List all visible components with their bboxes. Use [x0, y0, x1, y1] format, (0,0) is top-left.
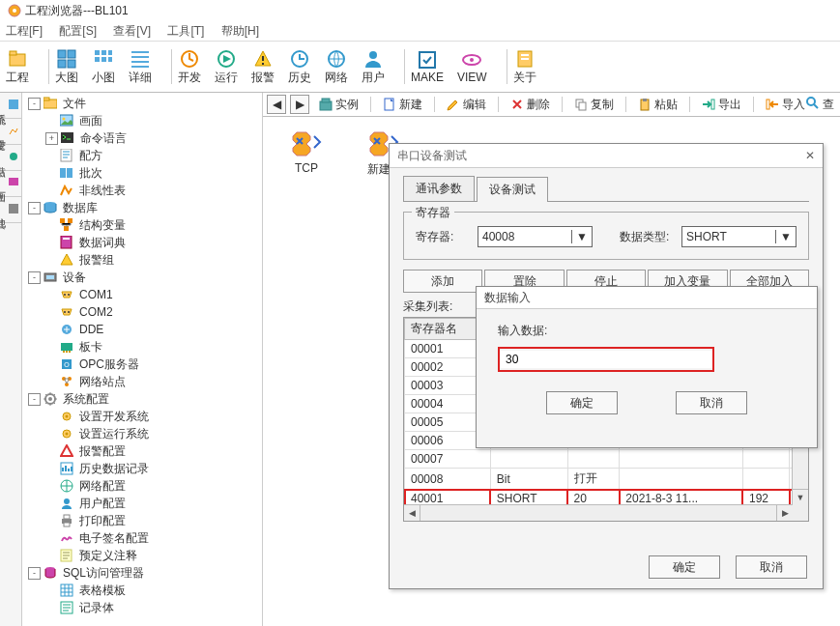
- side-tab-0[interactable]: 系统: [0, 93, 21, 119]
- menu-config[interactable]: 配置[S]: [59, 24, 97, 38]
- paste-button[interactable]: 粘贴: [632, 95, 683, 114]
- tree-item-label: 系统配置: [60, 389, 112, 409]
- tree-item-10[interactable]: -设备: [22, 269, 262, 286]
- data-input-field[interactable]: [500, 351, 712, 368]
- toolbar-detail-button[interactable]: 详细: [129, 48, 152, 86]
- input-ok-button[interactable]: 确定: [546, 391, 618, 414]
- tree-toggle-icon[interactable]: -: [28, 202, 41, 214]
- copy-button[interactable]: 复制: [568, 95, 620, 114]
- input-dialog-title[interactable]: 数据输入: [477, 287, 817, 309]
- close-icon[interactable]: ✕: [805, 144, 815, 167]
- side-tab-1[interactable]: 变量: [0, 119, 21, 145]
- tree-item-13[interactable]: DDE: [22, 321, 262, 338]
- tree-toggle-icon[interactable]: -: [28, 271, 41, 284]
- nav-fwd-button[interactable]: ▶: [290, 95, 309, 114]
- tree-item-19[interactable]: 设置运行系统: [22, 425, 262, 442]
- tree-toggle-icon[interactable]: -: [28, 567, 41, 580]
- toolbar-hist-button[interactable]: 历史: [288, 48, 311, 86]
- tree-item-9[interactable]: 报警组: [22, 251, 262, 269]
- tree-item-12[interactable]: COM2: [22, 303, 262, 321]
- toolbar-dev-button[interactable]: 开发: [178, 48, 201, 86]
- tree-struct-icon: [60, 218, 73, 232]
- tree-opc-icon: O: [60, 357, 73, 371]
- tree-rec-icon: [60, 601, 73, 614]
- tree-toggle-icon[interactable]: -: [28, 98, 41, 110]
- side-tab-2[interactable]: 站点: [0, 145, 21, 171]
- tree-item-2[interactable]: +命令语言: [22, 129, 262, 147]
- toolbar-make-button[interactable]: MAKE: [411, 49, 444, 84]
- import-button[interactable]: 导入: [760, 95, 811, 114]
- project-tree[interactable]: -文件画面+命令语言配方批次非线性表-数据库结构变量数据词典报警组-设备COM1…: [22, 93, 263, 626]
- tree-item-0[interactable]: -文件: [22, 95, 262, 112]
- svg-point-28: [10, 153, 17, 160]
- tree-item-4[interactable]: 批次: [22, 164, 262, 182]
- svg-rect-72: [64, 523, 70, 526]
- tree-item-8[interactable]: 数据词典: [22, 234, 262, 251]
- menu-tool[interactable]: 工具[T]: [167, 24, 204, 38]
- tree-histc-icon: [60, 462, 73, 475]
- toolbar-alarm-button[interactable]: 报警: [251, 48, 275, 86]
- menu-help[interactable]: 帮助[H]: [221, 24, 259, 38]
- dialog-cancel-button[interactable]: 取消: [736, 555, 807, 579]
- device-TCP[interactable]: TCP: [273, 127, 340, 175]
- tree-item-22[interactable]: 网络配置: [22, 477, 262, 495]
- side-tab-4[interactable]: 其他: [0, 197, 21, 223]
- toolbar-run-button[interactable]: 运行: [215, 48, 238, 86]
- toolbar-about-button[interactable]: 关于: [513, 48, 536, 86]
- grid-hscrollbar[interactable]: ◀▶: [404, 504, 793, 521]
- tree-item-17[interactable]: -系统配置: [22, 390, 262, 408]
- tree-item-18[interactable]: 设置开发系统: [22, 408, 262, 425]
- toolbar-user-button[interactable]: 用户: [362, 48, 385, 86]
- action-button-0[interactable]: 添加: [403, 270, 482, 293]
- tab-device-test[interactable]: 设备测试: [477, 177, 548, 202]
- tab-comm-params[interactable]: 通讯参数: [403, 176, 475, 201]
- tree-item-3[interactable]: 配方: [22, 147, 262, 164]
- edit-button[interactable]: 编辑: [441, 95, 492, 114]
- dialog-title-bar[interactable]: 串口设备测试 ✕: [390, 144, 823, 168]
- nav-back-button[interactable]: ◀: [267, 95, 286, 114]
- tree-item-1[interactable]: 画面: [22, 112, 262, 129]
- tree-item-20[interactable]: 报警配置: [22, 442, 262, 460]
- toolbar-big-button[interactable]: 大图: [55, 48, 78, 86]
- tree-item-29[interactable]: 记录体: [22, 599, 262, 616]
- export-button[interactable]: 导出: [696, 95, 747, 114]
- tree-toggle-icon[interactable]: +: [45, 132, 58, 145]
- menu-file[interactable]: 工程[F]: [6, 24, 43, 38]
- tree-item-11[interactable]: COM1: [22, 286, 262, 303]
- tree-item-15[interactable]: OOPC服务器: [22, 356, 262, 373]
- tree-item-label: 记录体: [76, 598, 117, 617]
- tree-item-5[interactable]: 非线性表: [22, 182, 262, 199]
- toolbar-net-button[interactable]: 网络: [325, 48, 348, 86]
- side-tab-3[interactable]: 画面: [0, 171, 21, 197]
- tree-item-6[interactable]: -数据库: [22, 199, 262, 216]
- instance-button[interactable]: 实例: [313, 95, 364, 114]
- toolbar-proj-button[interactable]: 工程: [6, 48, 29, 86]
- toolbar-small-button[interactable]: 小图: [92, 48, 115, 86]
- svg-point-69: [64, 498, 70, 504]
- search-icon[interactable]: [805, 96, 821, 111]
- toolbar-view-button[interactable]: VIEW: [457, 49, 487, 84]
- tree-item-25[interactable]: 电子签名配置: [22, 529, 262, 547]
- search-label[interactable]: 查: [823, 97, 834, 113]
- tree-item-label: 报警配置: [76, 441, 129, 461]
- tree-item-28[interactable]: 表格模板: [22, 582, 262, 599]
- tree-item-23[interactable]: 用户配置: [22, 495, 262, 512]
- dialog-ok-button[interactable]: 确定: [649, 555, 720, 579]
- tree-item-21[interactable]: 历史数据记录: [22, 460, 262, 477]
- delete-button[interactable]: 删除: [505, 95, 556, 114]
- table-row[interactable]: 00007: [405, 450, 808, 469]
- tree-toggle-icon[interactable]: -: [28, 393, 41, 406]
- svg-point-66: [66, 433, 69, 436]
- menu-view[interactable]: 查看[V]: [113, 24, 151, 38]
- input-cancel-button[interactable]: 取消: [676, 391, 747, 414]
- table-row[interactable]: 00008Bit打开: [405, 469, 808, 490]
- tree-item-24[interactable]: 打印配置: [22, 512, 262, 529]
- tree-item-27[interactable]: -SQL访问管理器: [22, 564, 262, 582]
- register-combo[interactable]: 40008▼: [478, 226, 593, 247]
- tree-item-14[interactable]: 板卡: [22, 338, 262, 356]
- datatype-combo[interactable]: SHORT▼: [681, 226, 797, 247]
- tree-item-7[interactable]: 结构变量: [22, 216, 262, 234]
- tree-item-16[interactable]: 网络站点: [22, 373, 262, 390]
- tree-item-26[interactable]: 预定义注释: [22, 547, 262, 564]
- new-button[interactable]: 新建: [377, 95, 428, 114]
